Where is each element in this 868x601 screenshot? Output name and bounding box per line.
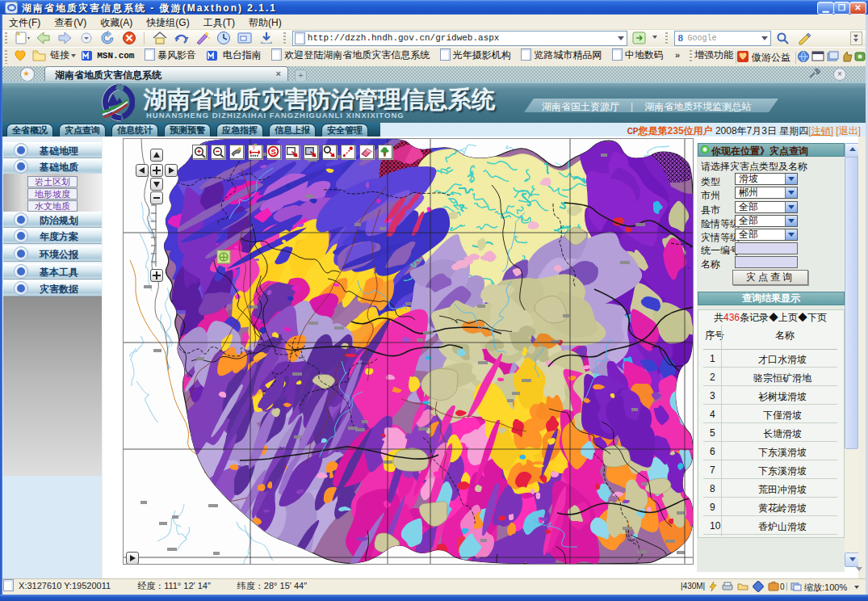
svg-text:?: ?: [252, 145, 255, 151]
svg-text:S: S: [270, 147, 276, 156]
